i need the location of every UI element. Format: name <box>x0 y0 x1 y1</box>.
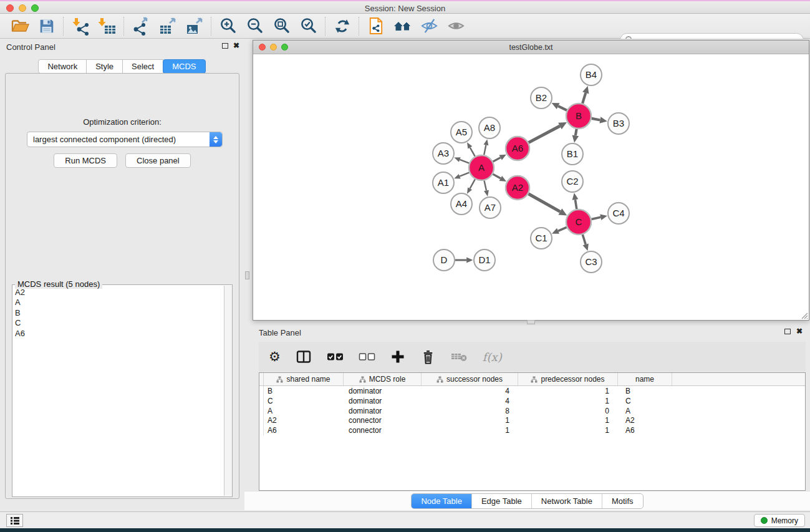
close-panel-button[interactable]: Close panel <box>125 153 191 168</box>
node-C1[interactable]: C1 <box>531 228 552 249</box>
add-column-button[interactable] <box>390 349 405 364</box>
network-window-titlebar[interactable]: testGlobe.txt <box>253 41 809 54</box>
export-network-button[interactable] <box>127 16 154 37</box>
tab-select[interactable]: Select <box>122 59 163 74</box>
edge-A-A4[interactable] <box>467 179 475 193</box>
node-C3[interactable]: C3 <box>581 251 602 273</box>
node-B4[interactable]: B4 <box>581 64 602 85</box>
edge-C-C1[interactable] <box>552 227 567 233</box>
window-resize-grip[interactable] <box>800 311 808 319</box>
table-row[interactable]: Bdominator41B <box>259 386 805 396</box>
close-table-panel-icon[interactable]: ✖ <box>796 327 803 335</box>
zoom-out-button[interactable] <box>241 16 268 37</box>
zoom-in-button[interactable] <box>215 16 241 37</box>
deselect-all-button[interactable] <box>359 349 375 365</box>
table-row[interactable]: Cdominator41C <box>259 396 805 406</box>
node-A1[interactable]: A1 <box>433 172 454 193</box>
table-row[interactable]: Adominator80A <box>259 406 805 416</box>
export-image-button[interactable] <box>181 16 208 37</box>
node-C2[interactable]: C2 <box>562 171 583 192</box>
zoom-fit-button[interactable] <box>268 16 295 37</box>
network-document-button[interactable] <box>362 16 389 37</box>
tab-network-table[interactable]: Network Table <box>531 494 602 508</box>
tab-mcds[interactable]: MCDS <box>163 59 205 74</box>
list-item[interactable]: A6 <box>15 329 221 339</box>
show-columns-button[interactable] <box>296 349 312 365</box>
tab-network[interactable]: Network <box>38 59 87 74</box>
birds-eye-view-button[interactable] <box>443 16 470 37</box>
edge-B-B2[interactable] <box>552 103 567 110</box>
criterion-dropdown[interactable]: largest connected component (directed) <box>27 132 223 147</box>
tab-edge-table[interactable]: Edge Table <box>471 494 531 508</box>
task-history-button[interactable] <box>6 514 23 527</box>
edge-B-B3[interactable] <box>592 117 607 123</box>
node-C[interactable]: C <box>566 210 591 235</box>
edge-A6-B[interactable] <box>529 122 567 143</box>
edge-B-B4[interactable] <box>582 86 589 104</box>
edge-A-A7[interactable] <box>484 181 489 196</box>
edge-D-D1[interactable] <box>455 258 473 263</box>
delete-column-button[interactable] <box>420 349 436 365</box>
node-A[interactable]: A <box>469 155 494 180</box>
column-header[interactable]: successor nodes <box>422 373 518 385</box>
edge-A-A6[interactable] <box>493 155 506 162</box>
node-D1[interactable]: D1 <box>474 249 495 271</box>
list-item[interactable]: A2 <box>15 288 221 297</box>
node-A5[interactable]: A5 <box>451 122 472 143</box>
edge-C-C3[interactable] <box>582 235 589 251</box>
function-builder-button[interactable]: f(x) <box>483 351 502 364</box>
table-row[interactable]: A6connector11A6 <box>259 425 805 435</box>
edge-A-A3[interactable] <box>454 157 469 163</box>
edge-C-C2[interactable] <box>572 193 579 209</box>
node-A4[interactable]: A4 <box>451 193 472 215</box>
column-header[interactable]: MCDS role <box>344 373 422 385</box>
node-B1[interactable]: B1 <box>562 143 583 165</box>
node-A8[interactable]: A8 <box>479 117 500 138</box>
list-item[interactable]: B <box>15 308 221 318</box>
list-item[interactable]: C <box>15 318 221 328</box>
node-B[interactable]: B <box>566 104 591 128</box>
tab-style[interactable]: Style <box>86 59 123 74</box>
node-B3[interactable]: B3 <box>608 113 629 134</box>
column-header[interactable]: shared name <box>264 373 344 385</box>
edge-B-B1[interactable] <box>572 129 579 143</box>
float-table-panel-icon[interactable] <box>784 329 791 334</box>
go-home-button[interactable] <box>389 16 416 37</box>
select-all-button[interactable] <box>327 349 344 365</box>
export-table-button[interactable] <box>154 16 181 37</box>
zoom-selected-button[interactable] <box>295 16 322 37</box>
edge-A-A1[interactable] <box>454 173 469 179</box>
table-settings-button[interactable]: ⚙ <box>269 350 281 364</box>
result-scrollbar[interactable] <box>224 286 232 496</box>
float-panel-icon[interactable] <box>222 43 228 49</box>
open-file-button[interactable] <box>6 16 33 37</box>
run-mcds-button[interactable]: Run MCDS <box>54 153 117 168</box>
node-C4[interactable]: C4 <box>608 203 629 224</box>
node-A6[interactable]: A6 <box>506 137 529 160</box>
import-table-button[interactable] <box>94 16 120 37</box>
tab-node-table[interactable]: Node Table <box>412 494 471 508</box>
delete-table-button[interactable] <box>451 350 468 364</box>
memory-button[interactable]: Memory <box>754 514 805 527</box>
edge-A-A8[interactable] <box>483 139 488 155</box>
node-D[interactable]: D <box>433 249 455 271</box>
edge-A-A2[interactable] <box>493 174 506 181</box>
refresh-layout-button[interactable] <box>329 16 355 37</box>
edge-A-A5[interactable] <box>467 142 475 157</box>
vertical-divider-handle[interactable] <box>245 271 249 279</box>
import-network-button[interactable] <box>67 16 94 37</box>
node-A7[interactable]: A7 <box>480 197 501 218</box>
save-session-button[interactable] <box>33 16 60 37</box>
node-A2[interactable]: A2 <box>506 176 529 200</box>
column-header[interactable]: name <box>618 373 672 385</box>
list-item[interactable]: A <box>15 297 221 307</box>
edge-C-C4[interactable] <box>592 215 607 221</box>
network-canvas[interactable]: B4B2BB3A8A5A6A3B1AC2A1A2A4A7C4CC1C3DD1 <box>253 54 809 320</box>
edge-A2-C[interactable] <box>528 194 567 216</box>
horizontal-divider-handle[interactable] <box>527 320 535 324</box>
table-row[interactable]: A2connector11A2 <box>259 415 805 425</box>
node-B2[interactable]: B2 <box>531 87 552 109</box>
close-panel-icon[interactable]: ✖ <box>233 42 239 49</box>
hide-graphics-details-button[interactable] <box>416 16 443 37</box>
column-header[interactable]: predecessor nodes <box>518 373 618 385</box>
